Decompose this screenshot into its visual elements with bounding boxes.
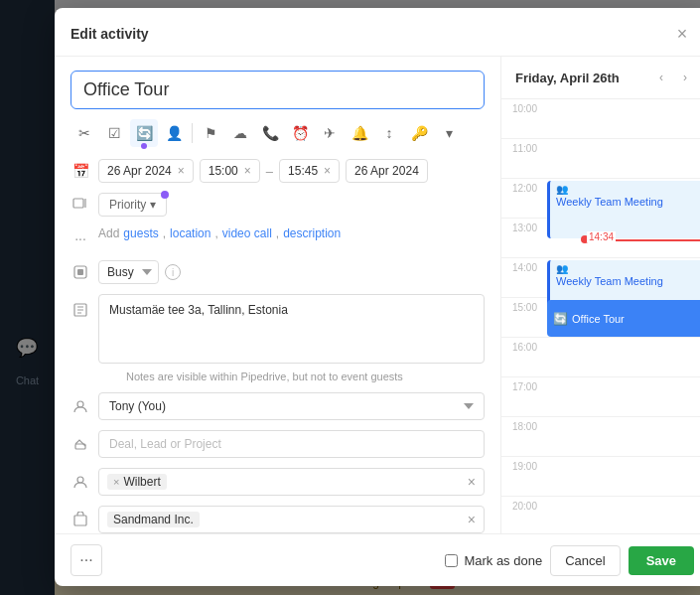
- status-row: Busy Free i: [70, 260, 485, 284]
- notes-textarea[interactable]: Mustamäe tee 3a, Tallinn, Estonia: [98, 294, 485, 364]
- svg-rect-11: [74, 516, 86, 525]
- mark-as-done-label[interactable]: Mark as done: [445, 553, 542, 568]
- person-tag-value: Wilbert: [123, 475, 160, 489]
- slot-area-11: [543, 139, 700, 178]
- end-date-chip[interactable]: 26 Apr 2024: [346, 159, 428, 183]
- more-options-icon: ···: [70, 228, 90, 248]
- calendar-icon: 📅: [70, 161, 90, 181]
- status-info-icon[interactable]: i: [165, 264, 181, 280]
- status-select[interactable]: Busy Free: [98, 260, 159, 284]
- time-label-15: 15:00: [501, 298, 543, 337]
- add-description-link[interactable]: description: [283, 226, 341, 240]
- bell-icon[interactable]: 🔔: [346, 119, 373, 147]
- deal-field[interactable]: Deal, Lead or Project: [98, 430, 485, 458]
- person-tag-remove[interactable]: ×: [113, 476, 119, 488]
- time-label-11: 11:00: [501, 139, 543, 178]
- time-label-13: 13:00: [501, 219, 543, 257]
- notes-hint: Notes are visible within Pipedrive, but …: [98, 371, 485, 382]
- current-time-line: 14:34: [585, 239, 700, 241]
- date-time-row: 26 Apr 2024 × 15:00 × – 15:45 × 26 Apr 2…: [98, 159, 485, 183]
- company-row-close[interactable]: ×: [468, 512, 476, 527]
- slot-area-14: 👥 Weekly Team Meeting 14:34: [543, 258, 700, 297]
- modal-header: Edit activity ×: [55, 8, 700, 57]
- end-time-clear[interactable]: ×: [324, 164, 331, 178]
- time-label-16: 16:00: [501, 338, 543, 376]
- deal-placeholder: Deal, Lead or Project: [109, 437, 221, 451]
- time-label-12: 12:00: [501, 179, 543, 218]
- time-slot-12: 12:00 👥 Weekly Team Meeting: [501, 179, 700, 219]
- current-time-label: 14:34: [587, 231, 616, 242]
- flag-icon[interactable]: ⚑: [197, 119, 224, 147]
- notes-icon: [70, 300, 90, 320]
- cancel-button[interactable]: Cancel: [550, 545, 620, 576]
- person-tag-icon: [70, 472, 90, 492]
- resize-icon[interactable]: ↕: [375, 119, 403, 147]
- more-icon[interactable]: ▾: [435, 119, 463, 147]
- add-video-call-link[interactable]: video call: [222, 226, 272, 240]
- key-icon[interactable]: 🔑: [405, 119, 433, 147]
- cloud-icon[interactable]: ☁: [226, 119, 254, 147]
- time-slot-18: 18:00: [501, 417, 700, 457]
- time-label-19: 19:00: [501, 457, 543, 496]
- cut-icon[interactable]: ✂: [70, 119, 98, 147]
- end-date-value: 26 Apr 2024: [354, 164, 419, 178]
- task-icon[interactable]: ☑: [100, 119, 128, 147]
- person-icon[interactable]: 👤: [160, 119, 188, 147]
- company-tag-row: Sandmand Inc. ×: [70, 506, 485, 533]
- sync-icon[interactable]: 🔄: [130, 119, 158, 147]
- footer-more-button[interactable]: ···: [70, 544, 102, 576]
- priority-button[interactable]: Priority ▾: [98, 193, 167, 217]
- time-label-10: 10:00: [501, 99, 543, 138]
- time-slot-10: 10:00: [501, 99, 700, 139]
- time-dash: –: [266, 164, 273, 179]
- slot-area-16: [543, 338, 700, 376]
- assignee-row: Tony (You): [70, 392, 485, 420]
- calendar-prev-button[interactable]: ‹: [650, 67, 672, 88]
- end-time-chip[interactable]: 15:45 ×: [279, 159, 340, 183]
- deal-icon: [70, 434, 90, 454]
- start-date-clear[interactable]: ×: [178, 164, 185, 178]
- add-location-link[interactable]: location: [170, 226, 210, 240]
- activity-toolbar: ✂ ☑ 🔄 👤 ⚑ ☁ 📞 ⏰ ✈ 🔔 ↕ 🔑 ▾: [70, 119, 485, 147]
- modal-title: Edit activity: [70, 26, 149, 42]
- activity-name-input[interactable]: [70, 71, 485, 109]
- calendar-next-button[interactable]: ›: [674, 67, 696, 88]
- mark-as-done-checkbox[interactable]: [445, 554, 458, 567]
- comma2: ,: [214, 226, 217, 240]
- end-time-value: 15:45: [288, 164, 318, 178]
- deal-row: Deal, Lead or Project: [70, 430, 485, 458]
- start-time-chip[interactable]: 15:00 ×: [200, 159, 260, 183]
- time-slot-15: 15:00 🔄 Office Tour: [501, 298, 700, 338]
- start-date-chip[interactable]: 26 Apr 2024 ×: [98, 159, 194, 183]
- office-tour-event: 🔄 Office Tour: [547, 300, 700, 337]
- plane-icon[interactable]: ✈: [316, 119, 344, 147]
- save-button[interactable]: Save: [629, 546, 694, 575]
- add-label: Add: [98, 226, 119, 240]
- time-slot-19: 19:00: [501, 457, 700, 497]
- notes-row: Mustamäe tee 3a, Tallinn, Estonia Notes …: [70, 294, 485, 382]
- left-panel: ✂ ☑ 🔄 👤 ⚑ ☁ 📞 ⏰ ✈ 🔔 ↕ 🔑 ▾ 📅: [55, 57, 501, 533]
- start-date-value: 26 Apr 2024: [107, 164, 172, 178]
- calendar-scroll[interactable]: 10:00 11:00 12:00 👥 Wee: [501, 99, 700, 533]
- calendar-panel: Friday, April 26th ‹ › 10:00 11:00: [501, 57, 700, 533]
- priority-label: Priority: [109, 198, 146, 212]
- add-guests-link[interactable]: guests: [123, 226, 158, 240]
- clock-icon[interactable]: ⏰: [286, 119, 314, 147]
- start-time-clear[interactable]: ×: [244, 164, 251, 178]
- phone-icon[interactable]: 📞: [256, 119, 284, 147]
- time-slots: 10:00 11:00 12:00 👥 Wee: [501, 99, 700, 533]
- modal-body: ✂ ☑ 🔄 👤 ⚑ ☁ 📞 ⏰ ✈ 🔔 ↕ 🔑 ▾ 📅: [55, 57, 700, 533]
- start-time-value: 15:00: [209, 164, 238, 178]
- assignee-icon: [70, 396, 90, 416]
- weekly-meeting-2-label: Weekly Team Meeting: [556, 275, 700, 287]
- priority-row-icon: [70, 195, 90, 215]
- assignee-select[interactable]: Tony (You): [98, 392, 485, 420]
- close-button[interactable]: ×: [670, 22, 694, 46]
- time-label-17: 17:00: [501, 377, 543, 416]
- company-tag-icon: [70, 510, 90, 529]
- calendar-nav: ‹ ›: [650, 67, 696, 88]
- slot-area-10: [543, 99, 700, 138]
- svg-point-8: [77, 401, 83, 407]
- person-row-close[interactable]: ×: [468, 474, 476, 490]
- slot-area-13: [543, 219, 700, 257]
